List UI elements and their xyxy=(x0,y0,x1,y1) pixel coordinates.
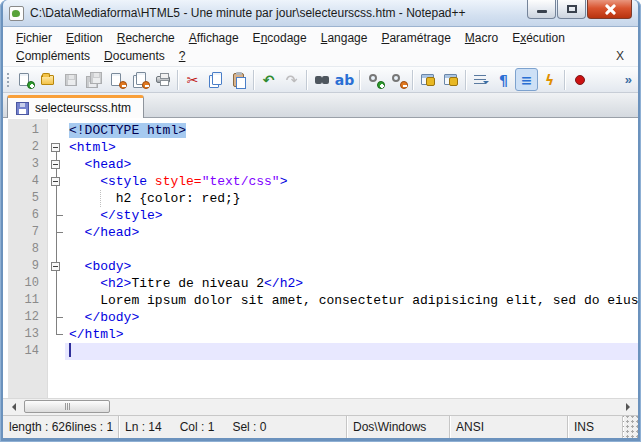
menu-execution[interactable]: Exécution xyxy=(505,30,572,46)
new-file-button[interactable] xyxy=(13,68,36,91)
code-text[interactable]: <style style="text/css"> xyxy=(65,173,638,190)
fold-collapse-box[interactable] xyxy=(48,258,65,275)
code-text[interactable]: </head> xyxy=(65,224,638,241)
toolbar: ✂↶↷ab¶≡ϟ» xyxy=(3,66,638,93)
menu-documents[interactable]: Documents xyxy=(97,48,172,64)
save-all-button[interactable] xyxy=(82,68,105,91)
toolbar-overflow-chevron[interactable]: » xyxy=(625,72,634,87)
code-text[interactable]: <html> xyxy=(65,139,638,156)
code-line-13: 13</html> xyxy=(3,326,638,343)
cut-button[interactable]: ✂ xyxy=(181,68,204,91)
minimize-button[interactable] xyxy=(527,0,556,19)
line-number: 9 xyxy=(3,258,48,275)
saved-file-icon xyxy=(16,102,29,115)
menu-encodage[interactable]: Encodage xyxy=(246,30,314,46)
resize-grip[interactable] xyxy=(623,416,638,438)
zoom-out-button[interactable] xyxy=(386,68,409,91)
close-button[interactable] xyxy=(105,68,128,91)
fold-collapse-box[interactable] xyxy=(48,139,65,156)
code-text[interactable]: </html> xyxy=(65,326,638,343)
sync-scroll-h-button[interactable] xyxy=(439,68,462,91)
menu-aide[interactable]: ? xyxy=(172,48,193,64)
redo-icon: ↷ xyxy=(286,73,298,87)
fold-collapse-box[interactable] xyxy=(48,173,65,190)
open-file-button[interactable] xyxy=(36,68,59,91)
word-wrap-icon xyxy=(473,72,489,88)
cut-icon: ✂ xyxy=(187,73,199,87)
copy-icon xyxy=(208,72,224,88)
maximize-button[interactable] xyxy=(557,0,586,19)
fold-collapse-box[interactable] xyxy=(48,156,65,173)
toolbar-separator xyxy=(359,70,360,90)
code-text[interactable]: h2 {color: red;} xyxy=(65,190,638,207)
scroll-left-button[interactable] xyxy=(3,399,20,415)
code-text[interactable]: </body> xyxy=(65,309,638,326)
horizontal-scrollbar[interactable] xyxy=(3,398,638,415)
close-all-button[interactable] xyxy=(128,68,151,91)
code-text[interactable]: <h2>Titre de niveau 2</h2> xyxy=(65,275,638,292)
scrollbar-thumb[interactable] xyxy=(24,400,110,413)
fold-margin xyxy=(48,224,65,241)
word-wrap-button[interactable] xyxy=(469,68,492,91)
menu-recherche[interactable]: Recherche xyxy=(110,30,182,46)
menu-edition[interactable]: Edition xyxy=(59,30,110,46)
function-list-button[interactable]: ϟ xyxy=(538,68,561,91)
zoom-in-button[interactable] xyxy=(363,68,386,91)
code-text[interactable]: <head> xyxy=(65,156,638,173)
menu-parametrage[interactable]: Paramétrage xyxy=(374,30,457,46)
menu-macro[interactable]: Macro xyxy=(458,30,505,46)
redo-button[interactable]: ↷ xyxy=(280,68,303,91)
menu-complements[interactable]: Compléments xyxy=(9,48,97,64)
menu-affichage[interactable]: Affichage xyxy=(182,30,246,46)
record-macro-icon xyxy=(572,72,588,88)
code-text[interactable] xyxy=(65,241,638,258)
toolbar-grip[interactable] xyxy=(5,71,10,89)
code-line-14: 14 xyxy=(3,343,638,360)
indent-guide-line xyxy=(100,190,101,207)
code-text[interactable]: </style> xyxy=(65,207,638,224)
code-editor[interactable]: 1<!DOCTYPE html>2<html>3 <head>4 <style … xyxy=(3,118,638,398)
fold-margin xyxy=(48,207,65,224)
replace-icon: ab xyxy=(335,73,354,87)
save-button[interactable] xyxy=(59,68,82,91)
replace-button[interactable]: ab xyxy=(333,68,356,91)
record-macro-button[interactable] xyxy=(568,68,591,91)
toolbar-separator xyxy=(177,70,178,90)
paste-button[interactable] xyxy=(227,68,250,91)
code-text[interactable] xyxy=(65,343,638,360)
undo-icon: ↶ xyxy=(263,73,275,87)
tab-selecteurscss[interactable]: selecteurscss.htm xyxy=(7,95,144,118)
undo-button[interactable]: ↶ xyxy=(257,68,280,91)
code-text[interactable]: Lorem ipsum dolor sit amet, consectetur … xyxy=(65,292,638,309)
close-button[interactable] xyxy=(587,0,632,19)
menu-close-document-x[interactable]: X xyxy=(608,49,632,63)
code-line-3: 3 <head> xyxy=(3,156,638,173)
status-lines: lines : 1 xyxy=(72,420,113,434)
show-all-chars-button[interactable]: ¶ xyxy=(492,68,515,91)
title-bar: C:\Data\Mediaforma\HTML5 - Une minute pa… xyxy=(3,0,638,27)
status-insert-mode: INS xyxy=(568,416,623,438)
line-number: 12 xyxy=(3,309,48,326)
code-line-6: 6 </style> xyxy=(3,207,638,224)
code-text[interactable]: <body> xyxy=(65,258,638,275)
code-line-11: 11 Lorem ipsum dolor sit amet, consectet… xyxy=(3,292,638,309)
print-button[interactable] xyxy=(151,68,174,91)
line-number: 8 xyxy=(3,241,48,258)
sync-scroll-v-button[interactable] xyxy=(416,68,439,91)
status-line: Ln : 14 xyxy=(125,420,162,434)
code-text[interactable]: <!DOCTYPE html> xyxy=(65,122,638,139)
fold-margin xyxy=(48,190,65,207)
status-cursor-position: Ln : 14 Col : 1 Sel : 0 xyxy=(119,416,347,438)
status-bar: length : 626 lines : 1 Ln : 14 Col : 1 S… xyxy=(3,415,638,438)
scroll-right-button[interactable] xyxy=(621,399,638,415)
menu-fichier[interactable]: Fichier xyxy=(9,30,59,46)
line-number: 10 xyxy=(3,275,48,292)
status-eol-format: Dos\Windows xyxy=(347,416,450,438)
line-number: 2 xyxy=(3,139,48,156)
indent-guide-button[interactable]: ≡ xyxy=(515,68,538,91)
copy-button[interactable] xyxy=(204,68,227,91)
menu-langage[interactable]: Langage xyxy=(314,30,375,46)
function-list-icon: ϟ xyxy=(545,73,554,87)
find-button[interactable] xyxy=(310,68,333,91)
scrollbar-track[interactable] xyxy=(20,399,621,415)
